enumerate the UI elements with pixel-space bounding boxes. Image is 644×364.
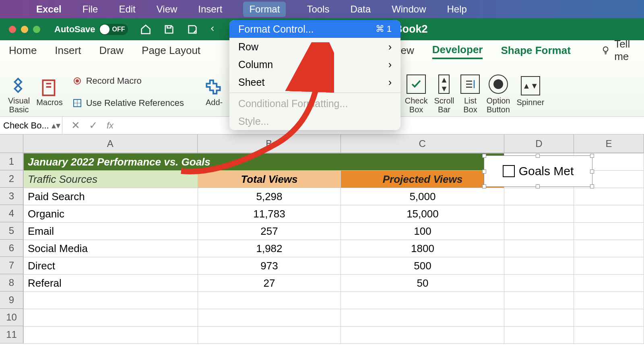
tab-shape-format[interactable]: Shape Format: [501, 43, 570, 58]
cell-header-b[interactable]: Total Views: [198, 171, 341, 188]
row-header[interactable]: 3: [0, 188, 23, 205]
btn-spinner[interactable]: ▲▼ Spinner: [516, 76, 544, 114]
col-header-a[interactable]: A: [23, 134, 198, 153]
cell[interactable]: [341, 292, 504, 309]
resize-handle[interactable]: [590, 170, 594, 174]
cell[interactable]: [504, 240, 574, 257]
cell[interactable]: [504, 327, 574, 344]
btn-listbox[interactable]: List Box: [460, 74, 480, 114]
tab-home[interactable]: Home: [9, 43, 37, 58]
cell[interactable]: [198, 309, 341, 327]
cell[interactable]: [24, 309, 198, 327]
namebox-stepper-icon[interactable]: ▴▾: [52, 124, 60, 127]
menu-app[interactable]: Excel: [36, 4, 62, 15]
cell[interactable]: 1,982: [198, 240, 341, 257]
cell[interactable]: Direct: [24, 257, 198, 275]
save-icon[interactable]: [163, 24, 175, 35]
btn-visual-basic[interactable]: Visual Basic: [8, 76, 30, 114]
row-header[interactable]: 1: [0, 153, 23, 170]
tab-insert[interactable]: Insert: [55, 43, 81, 58]
resize-handle[interactable]: [536, 184, 540, 188]
cell[interactable]: [574, 205, 644, 223]
row-header[interactable]: 7: [0, 257, 23, 274]
cell-header-c[interactable]: Projected Views: [341, 171, 504, 188]
menu-sheet[interactable]: Sheet›: [229, 73, 400, 91]
cell[interactable]: 27: [198, 275, 341, 292]
window-close-icon[interactable]: [9, 26, 16, 33]
cell[interactable]: Social Media: [24, 240, 198, 257]
cell[interactable]: 50: [341, 275, 504, 292]
cell[interactable]: 973: [198, 257, 341, 275]
btn-option[interactable]: Option Button: [486, 74, 510, 114]
menu-file[interactable]: File: [83, 4, 98, 15]
menu-view[interactable]: View: [157, 4, 178, 15]
menu-edit[interactable]: Edit: [119, 4, 135, 15]
cell[interactable]: [574, 327, 644, 344]
tab-developer[interactable]: Developer: [432, 42, 483, 59]
resize-handle[interactable]: [482, 170, 486, 174]
menu-format-control[interactable]: Format Control... ⌘ 1: [229, 20, 400, 38]
cell[interactable]: [574, 223, 644, 240]
btn-record-macro[interactable]: Record Macro: [72, 76, 184, 86]
tab-draw[interactable]: Draw: [99, 43, 124, 58]
col-header-e[interactable]: E: [574, 134, 644, 153]
cell[interactable]: [24, 327, 198, 344]
undo-icon[interactable]: [210, 24, 218, 35]
col-header-c[interactable]: C: [341, 134, 504, 153]
cell[interactable]: 100: [341, 223, 504, 240]
cell[interactable]: [504, 205, 574, 223]
menu-row[interactable]: Row›: [229, 38, 400, 56]
row-header[interactable]: 8: [0, 274, 23, 292]
cell[interactable]: [341, 327, 504, 344]
select-all-corner[interactable]: [0, 134, 23, 153]
cell[interactable]: [574, 292, 644, 309]
cell[interactable]: Paid Search: [24, 188, 198, 205]
cell[interactable]: [574, 309, 644, 327]
cell[interactable]: 11,783: [198, 205, 341, 223]
btn-addins[interactable]: Add-: [204, 78, 224, 114]
cell[interactable]: Organic: [24, 205, 198, 223]
cell[interactable]: [504, 223, 574, 240]
cell[interactable]: 5,000: [341, 188, 504, 205]
resize-handle[interactable]: [590, 154, 594, 158]
menu-help[interactable]: Help: [447, 4, 466, 15]
resize-handle[interactable]: [590, 184, 594, 188]
window-minimize-icon[interactable]: [21, 26, 28, 33]
cell[interactable]: [504, 292, 574, 309]
cell[interactable]: [504, 188, 574, 205]
cell[interactable]: [24, 292, 198, 309]
row-header[interactable]: 9: [0, 292, 23, 309]
resize-handle[interactable]: [482, 184, 486, 188]
menu-data[interactable]: Data: [350, 4, 371, 15]
cell[interactable]: [574, 257, 644, 275]
row-header[interactable]: 2: [0, 170, 23, 188]
col-header-d[interactable]: D: [504, 134, 574, 153]
cell[interactable]: [504, 309, 574, 327]
row-header[interactable]: 10: [0, 309, 23, 326]
resize-handle[interactable]: [482, 154, 486, 158]
cell[interactable]: [198, 292, 341, 309]
menu-format[interactable]: Format: [243, 2, 286, 17]
tab-partial[interactable]: ew: [400, 43, 414, 58]
cell[interactable]: Email: [24, 223, 198, 240]
cell[interactable]: [574, 240, 644, 257]
menu-insert[interactable]: Insert: [198, 4, 222, 15]
save-as-icon[interactable]: [187, 24, 198, 35]
row-header[interactable]: 11: [0, 326, 23, 343]
fx-icon[interactable]: fx: [107, 120, 114, 131]
cell-header-a[interactable]: Traffic Sources: [24, 171, 198, 188]
enter-icon[interactable]: ✓: [89, 119, 98, 132]
cell[interactable]: 15,000: [341, 205, 504, 223]
row-header[interactable]: 6: [0, 240, 23, 257]
cell[interactable]: 500: [341, 257, 504, 275]
cancel-icon[interactable]: ✕: [71, 119, 80, 132]
cell[interactable]: 5,298: [198, 188, 341, 205]
name-box[interactable]: Check Bo... ▴▾: [0, 117, 62, 134]
col-header-b[interactable]: B: [198, 134, 341, 153]
btn-scrollbar[interactable]: ▲▼ Scroll Bar: [434, 74, 454, 114]
btn-macros[interactable]: Macros: [36, 78, 63, 114]
menu-column[interactable]: Column›: [229, 56, 400, 73]
cell[interactable]: [574, 188, 644, 205]
resize-handle[interactable]: [536, 154, 540, 158]
cell[interactable]: [504, 275, 574, 292]
